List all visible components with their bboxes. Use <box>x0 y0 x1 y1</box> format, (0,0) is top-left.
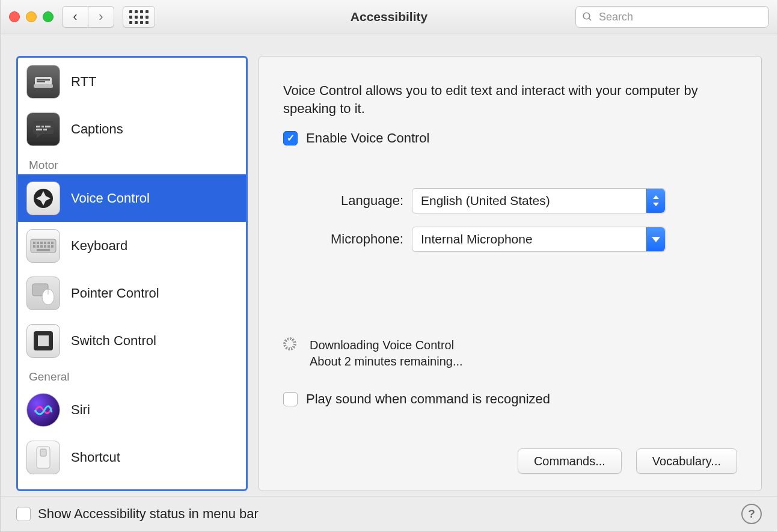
zoom-window-button[interactable] <box>43 11 54 22</box>
sidebar-item-label: Captions <box>71 121 123 137</box>
show-status-in-menubar-checkbox[interactable] <box>16 507 31 521</box>
svg-rect-23 <box>40 245 43 248</box>
enable-voice-control-label: Enable Voice Control <box>306 130 429 146</box>
microphone-label: Microphone: <box>283 231 403 247</box>
help-button[interactable]: ? <box>741 504 762 524</box>
svg-rect-16 <box>37 242 39 244</box>
sidebar-item-label: Siri <box>71 402 90 418</box>
search-icon <box>582 11 593 22</box>
language-select[interactable]: English (United States) <box>412 188 666 213</box>
svg-rect-3 <box>34 84 53 88</box>
minimize-window-button[interactable] <box>26 11 37 22</box>
svg-rect-27 <box>37 249 50 251</box>
sidebar-item-label: Voice Control <box>71 191 150 206</box>
pointer-control-icon <box>26 277 60 310</box>
svg-rect-8 <box>41 126 44 127</box>
svg-marker-37 <box>652 237 660 242</box>
commands-button[interactable]: Commands... <box>518 448 622 474</box>
panel-description: Voice Control allows you to edit text an… <box>283 82 737 117</box>
siri-icon <box>26 393 60 427</box>
sidebar-section-general: General <box>18 364 246 386</box>
vocabulary-button[interactable]: Vocabulary... <box>636 448 737 474</box>
captions-icon <box>26 112 60 146</box>
sidebar-item-shortcut[interactable]: Shortcut <box>18 433 246 481</box>
check-icon: ✓ <box>287 133 295 143</box>
svg-rect-17 <box>40 242 43 244</box>
sidebar-item-pointer-control[interactable]: Pointer Control <box>18 269 246 317</box>
category-list[interactable]: RTT Captions Motor Voice Control <box>16 56 248 491</box>
forward-button[interactable]: › <box>88 6 114 28</box>
microphone-select[interactable]: Internal Microphone <box>412 227 666 252</box>
switch-control-icon <box>26 324 60 358</box>
search-field[interactable] <box>575 6 769 28</box>
svg-rect-21 <box>33 245 35 248</box>
close-window-button[interactable] <box>9 11 20 22</box>
svg-rect-4 <box>37 79 50 81</box>
svg-rect-19 <box>47 242 50 244</box>
chevron-right-icon: › <box>99 10 103 23</box>
svg-marker-35 <box>653 195 659 199</box>
download-remaining: About 2 minutes remaining... <box>310 353 463 370</box>
svg-rect-26 <box>51 245 54 248</box>
svg-rect-18 <box>44 242 46 244</box>
back-button[interactable]: ‹ <box>62 6 88 28</box>
svg-rect-7 <box>36 126 40 127</box>
sidebar-item-keyboard[interactable]: Keyboard <box>18 222 246 269</box>
language-value: English (United States) <box>412 194 646 208</box>
show-status-in-menubar-label: Show Accessibility status in menu bar <box>38 506 259 522</box>
svg-marker-36 <box>653 203 659 206</box>
enable-voice-control-checkbox[interactable]: ✓ <box>283 131 298 145</box>
svg-rect-15 <box>33 242 35 244</box>
voice-control-icon <box>26 182 60 215</box>
sidebar-item-siri[interactable]: Siri <box>18 386 246 433</box>
chevron-left-icon: ‹ <box>73 10 77 23</box>
show-all-button[interactable] <box>123 6 155 28</box>
svg-rect-5 <box>37 81 45 82</box>
sidebar-item-rtt[interactable]: RTT <box>18 58 246 105</box>
sidebar-item-label: RTT <box>71 74 96 90</box>
play-sound-label: Play sound when command is recognized <box>306 391 550 407</box>
svg-rect-9 <box>45 126 51 127</box>
updown-stepper-icon <box>646 189 665 213</box>
sidebar-section-motor: Motor <box>18 153 246 174</box>
svg-rect-20 <box>51 242 54 244</box>
download-status: Downloading Voice Control <box>310 337 463 353</box>
shortcut-icon <box>26 441 60 474</box>
svg-line-1 <box>589 18 591 20</box>
search-input[interactable] <box>598 10 762 24</box>
rtt-icon <box>26 65 60 99</box>
svg-rect-32 <box>38 335 49 346</box>
sidebar-item-label: Shortcut <box>71 450 120 465</box>
svg-point-0 <box>583 13 590 19</box>
spinner-icon <box>283 337 296 350</box>
sidebar-item-label: Pointer Control <box>71 286 159 301</box>
sidebar-item-switch-control[interactable]: Switch Control <box>18 317 246 364</box>
svg-rect-11 <box>43 129 47 130</box>
language-label: Language: <box>283 193 403 209</box>
svg-rect-25 <box>47 245 50 248</box>
svg-rect-10 <box>36 129 42 130</box>
sidebar-item-label: Keyboard <box>71 238 127 254</box>
svg-rect-22 <box>37 245 39 248</box>
svg-rect-34 <box>40 449 46 456</box>
sidebar-item-captions[interactable]: Captions <box>18 105 246 153</box>
microphone-value: Internal Microphone <box>412 232 646 246</box>
keyboard-icon <box>26 229 60 263</box>
sidebar-item-label: Switch Control <box>71 333 156 349</box>
grid-icon <box>129 10 149 24</box>
sidebar-item-voice-control[interactable]: Voice Control <box>18 174 246 222</box>
play-sound-checkbox[interactable] <box>283 392 298 406</box>
svg-rect-24 <box>44 245 46 248</box>
chevron-down-icon <box>646 227 665 251</box>
